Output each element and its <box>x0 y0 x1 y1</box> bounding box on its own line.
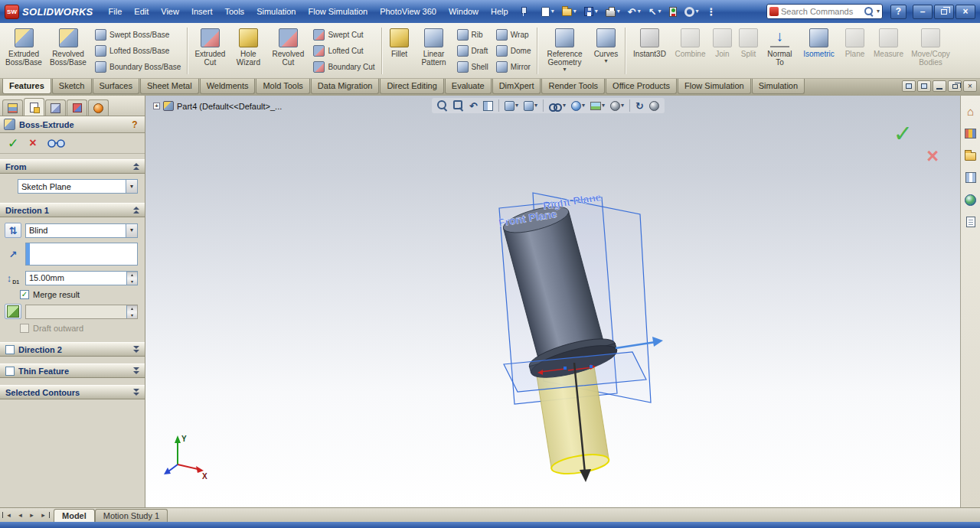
direction2-checkbox[interactable] <box>5 345 15 354</box>
search-dropdown-caret-icon[interactable]: ▾ <box>877 8 880 15</box>
section-view-button[interactable] <box>482 100 495 112</box>
tab-sketch[interactable]: Sketch <box>52 79 92 94</box>
previous-view-button[interactable]: ↶ <box>468 100 479 112</box>
ribbon-plane-button[interactable]: Plane <box>839 24 870 77</box>
merge-result-checkbox[interactable]: ✓ <box>20 290 29 299</box>
model-tab[interactable]: Model <box>54 509 95 522</box>
ribbon-isometric-button[interactable]: Isometric <box>798 24 839 77</box>
menu-item-photoview[interactable]: PhotoView 360 <box>374 4 443 19</box>
undo-button[interactable]: ↶▾ <box>626 5 643 18</box>
ribbon-rib-button[interactable]: Rib <box>455 28 491 41</box>
motion-study-tab[interactable]: Motion Study 1 <box>95 509 168 522</box>
save-button[interactable]: ▾ <box>582 5 600 18</box>
ribbon-fillet-button[interactable]: Fillet <box>384 24 415 77</box>
draft-outward-checkbox[interactable] <box>20 324 29 333</box>
ribbon-measure-button[interactable]: Measure <box>870 24 906 77</box>
first-tab-button[interactable]: ◂ <box>3 510 15 520</box>
maximize-button[interactable] <box>934 5 954 19</box>
pm-cancel-button[interactable]: × <box>29 137 36 149</box>
feature-manager-tab[interactable] <box>2 99 23 116</box>
doc-close-button[interactable]: × <box>963 80 977 92</box>
from-group-header[interactable]: From <box>0 159 145 174</box>
ribbon-join-button[interactable]: Join <box>709 24 735 77</box>
pm-help-button[interactable]: ? <box>129 119 141 130</box>
draft-on-off-button[interactable] <box>5 304 21 319</box>
ribbon-extruded-cut-button[interactable]: Extruded Cut <box>190 24 230 77</box>
doc-minimize-button[interactable] <box>933 80 946 92</box>
options-button[interactable]: ▾ <box>682 5 701 18</box>
spin-down-icon[interactable]: ▾ <box>127 279 137 285</box>
ribbon-boundary-cut-button[interactable]: Boundary Cut <box>311 60 377 73</box>
ribbon-split-button[interactable]: Split <box>735 24 761 77</box>
tab-render-tools[interactable]: Render Tools <box>541 79 605 94</box>
ribbon-swept-cut-button[interactable]: Swept Cut <box>311 28 377 41</box>
menu-item-file[interactable]: File <box>103 4 129 19</box>
direction-reference-selection-box[interactable] <box>25 243 138 266</box>
tab-surfaces[interactable]: Surfaces <box>93 79 139 94</box>
ribbon-revolved-cut-button[interactable]: Revolved Cut <box>266 24 309 77</box>
view-settings-button[interactable]: ▾ <box>609 100 626 112</box>
spin-up-icon[interactable]: ▾ <box>127 305 137 312</box>
ribbon-lofted-cut-button[interactable]: Lofted Cut <box>311 44 377 57</box>
ribbon-extruded-boss-base-button[interactable]: Extruded Boss/Base <box>2 24 45 77</box>
ribbon-wrap-button[interactable]: Wrap <box>494 28 534 41</box>
tab-direct-editing[interactable]: Direct Editing <box>380 79 443 94</box>
depth-field[interactable]: 15.00mm ▾▾ <box>25 271 138 285</box>
confirm-ok-corner-button[interactable]: ✓ <box>893 120 913 147</box>
ribbon-draft-button[interactable]: Draft <box>455 44 491 57</box>
draft-spinner[interactable]: ▾▾ <box>126 305 137 318</box>
ribbon-boundary-boss-button[interactable]: Boundary Boss/Base <box>93 60 183 73</box>
configuration-manager-tab[interactable] <box>45 99 66 116</box>
tab-simulation[interactable]: Simulation <box>752 79 805 94</box>
ribbon-swept-boss-button[interactable]: Swept Boss/Base <box>93 28 183 41</box>
tab-evaluate[interactable]: Evaluate <box>445 79 492 94</box>
tab-office-products[interactable]: Office Products <box>606 79 677 94</box>
view-palette-button[interactable] <box>963 170 978 185</box>
close-button[interactable]: × <box>956 5 975 19</box>
edit-appearance-button[interactable]: ▾ <box>570 100 586 112</box>
solidworks-resources-button[interactable]: ⌂ <box>963 103 978 119</box>
rebuild-button[interactable] <box>667 5 679 18</box>
selected-contours-group-header[interactable]: Selected Contours <box>0 385 145 399</box>
menu-item-flow-simulation[interactable]: Flow Simulation <box>302 4 374 19</box>
ribbon-reference-geometry-button[interactable]: Reference Geometry ▾ <box>540 24 589 77</box>
search-icon[interactable] <box>864 6 874 17</box>
thin-feature-group-header[interactable]: Thin Feature <box>0 363 145 378</box>
file-explorer-button[interactable] <box>963 148 978 163</box>
appearances-scenes-button[interactable] <box>963 192 978 207</box>
ribbon-linear-pattern-button[interactable]: Linear Pattern <box>415 24 453 77</box>
tab-dimxpert[interactable]: DimXpert <box>492 79 541 94</box>
menu-item-help[interactable]: Help <box>485 4 514 19</box>
tab-features[interactable]: Features <box>2 79 51 94</box>
tab-weldments[interactable]: Weldments <box>200 79 256 94</box>
ribbon-move-copy-bodies-button[interactable]: Move/Copy Bodies <box>906 24 954 77</box>
detailed-preview-icon[interactable] <box>47 139 66 148</box>
hide-show-items-button[interactable]: ▾ <box>547 100 567 111</box>
open-button[interactable]: ▾ <box>560 5 579 18</box>
pin-menu-icon[interactable] <box>518 5 528 18</box>
direction1-group-header[interactable]: Direction 1 <box>0 203 145 217</box>
toolbar-overflow-button[interactable]: ⋮ <box>704 5 719 18</box>
display-manager-tab[interactable] <box>88 99 109 116</box>
tab-sheet-metal[interactable]: Sheet Metal <box>140 79 199 94</box>
start-condition-dropdown[interactable]: Sketch Plane ▾ <box>18 179 138 194</box>
menu-item-edit[interactable]: Edit <box>128 4 155 19</box>
view-orientation-button[interactable]: ▾ <box>503 100 520 112</box>
pm-ok-button[interactable]: ✓ <box>8 137 18 150</box>
reverse-direction-button[interactable]: ⇅ <box>5 223 21 238</box>
ribbon-curves-button[interactable]: Curves ▾ <box>589 24 622 77</box>
menu-item-window[interactable]: Window <box>443 4 485 19</box>
graphics-viewport[interactable]: + Part4 (Default<<Default>_... ↶ ▾ ▾ ▾ ▾… <box>145 96 960 507</box>
ribbon-hole-wizard-button[interactable]: Hole Wizard <box>230 24 266 77</box>
direction2-group-header[interactable]: Direction 2 <box>0 342 145 357</box>
thin-feature-checkbox[interactable] <box>5 367 15 376</box>
rotate-view-button[interactable]: ↻ <box>634 100 645 112</box>
tree-expand-button[interactable]: + <box>153 103 160 109</box>
menu-item-tools[interactable]: Tools <box>218 4 250 19</box>
camera-button[interactable] <box>648 100 661 112</box>
menu-item-view[interactable]: View <box>155 4 185 19</box>
dropdown-button[interactable]: ▾ <box>126 180 137 193</box>
help-button[interactable]: ? <box>890 5 906 19</box>
dimxpert-manager-tab[interactable] <box>67 99 87 116</box>
ribbon-revolved-boss-base-button[interactable]: Revolved Boss/Base <box>45 24 91 77</box>
